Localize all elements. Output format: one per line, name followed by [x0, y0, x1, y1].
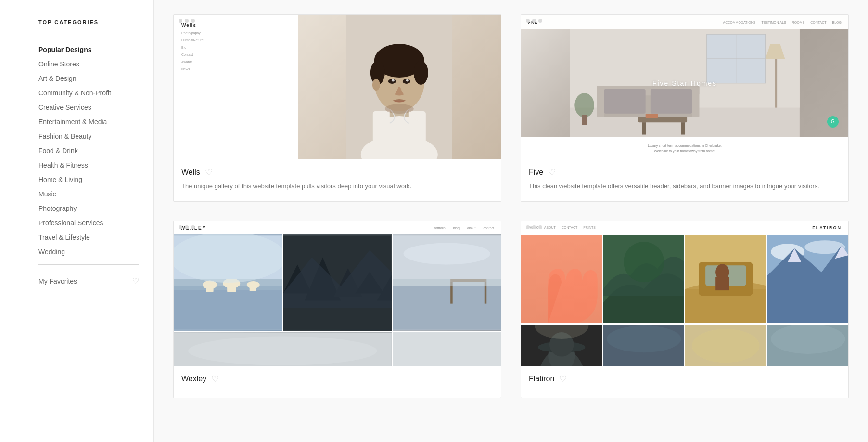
- wexley-img-2: [283, 234, 391, 331]
- five-footer-line1: Luxury short-term accommodations in Cher…: [528, 143, 842, 148]
- svg-rect-39: [227, 283, 236, 292]
- wells-nav-humannature: Human/Nature: [181, 38, 290, 42]
- svg-rect-22: [597, 86, 604, 117]
- window-chrome-wells: [174, 15, 200, 26]
- five-hero-text: Five Star Homes: [652, 79, 717, 87]
- wexley-img-5: [393, 332, 501, 366]
- flatiron-img-4: [767, 234, 849, 324]
- sidebar-item-home-living[interactable]: Home & Living: [38, 173, 139, 186]
- wells-description: The unique gallery of this website templ…: [181, 182, 493, 192]
- wells-heart-icon[interactable]: ♡: [205, 167, 213, 178]
- template-card-wexley[interactable]: WEXLEY portfolio blog about contact: [173, 221, 501, 398]
- wexley-nav-bar: WEXLEY portfolio blog about contact: [174, 221, 501, 234]
- wells-nav-news: News: [181, 67, 290, 71]
- five-footer-line2: Welcome to your home away from home.: [528, 148, 842, 154]
- flatiron-template-name: Flatiron: [529, 375, 554, 383]
- wells-template-name: Wells: [181, 168, 200, 177]
- template-card-wells[interactable]: Wells Photography Human/Nature Bio Conta…: [173, 14, 501, 202]
- svg-rect-25: [651, 89, 692, 114]
- chrome-dot: [179, 225, 182, 229]
- five-description: This clean website template offers versa…: [529, 182, 841, 192]
- svg-rect-24: [604, 89, 645, 114]
- svg-rect-32: [582, 115, 587, 125]
- wells-name-row: Wells ♡: [181, 167, 493, 178]
- svg-rect-45: [283, 308, 391, 329]
- sidebar-item-community-non-profit[interactable]: Community & Non-Profit: [38, 86, 139, 100]
- sidebar-item-food-drink[interactable]: Food & Drink: [38, 144, 139, 157]
- wells-nav-contact: Contact: [181, 52, 290, 57]
- chrome-dot: [532, 19, 536, 23]
- svg-point-12: [406, 79, 409, 82]
- flatiron-heart-icon[interactable]: ♡: [559, 374, 567, 384]
- sidebar-item-photography[interactable]: Photography: [38, 202, 139, 215]
- five-green-dot: G: [827, 116, 839, 128]
- wells-nav-bio: Bio: [181, 45, 290, 50]
- sidebar-item-entertainment-media[interactable]: Entertainment & Media: [38, 115, 139, 129]
- sidebar-item-art-design[interactable]: Art & Design: [38, 72, 139, 85]
- wells-template-info: Wells ♡ The unique gallery of this websi…: [174, 159, 501, 201]
- flatiron-img-7: [685, 325, 766, 365]
- flatiron-img-2: [603, 234, 685, 324]
- svg-rect-34: [174, 286, 282, 329]
- chrome-dot: [185, 225, 189, 229]
- five-preview: FIVE ACCOMMODATIONS TESTIMONIALS ROOMS C…: [521, 15, 848, 159]
- flatiron-img-6: [603, 325, 685, 365]
- svg-rect-28: [681, 122, 685, 134]
- svg-point-8: [372, 79, 380, 91]
- sidebar-item-online-stores[interactable]: Online Stores: [38, 57, 139, 71]
- five-hero: Five Star Homes G: [521, 29, 848, 137]
- wells-preview-content: Wells Photography Human/Nature Bio Conta…: [174, 15, 501, 159]
- five-preview-content: FIVE ACCOMMODATIONS TESTIMONIALS ROOMS C…: [521, 15, 848, 159]
- flatiron-name-row: Flatiron ♡: [529, 374, 841, 384]
- svg-point-43: [174, 234, 282, 283]
- svg-point-98: [607, 325, 681, 352]
- chrome-dot: [538, 19, 542, 23]
- svg-rect-68: [521, 235, 602, 323]
- category-nav: Popular DesignsOnline StoresArt & Design…: [38, 43, 139, 259]
- wexley-heart-icon[interactable]: ♡: [211, 374, 219, 384]
- favorites-item[interactable]: My Favorites ♡: [38, 273, 139, 289]
- svg-rect-76: [715, 277, 729, 290]
- sidebar-divider-2: [38, 264, 139, 265]
- svg-point-66: [188, 336, 377, 365]
- flatiron-template-info: Flatiron ♡: [521, 366, 848, 398]
- svg-point-11: [392, 79, 395, 82]
- chrome-dot: [526, 19, 530, 23]
- wexley-img-1: [174, 234, 282, 331]
- five-nav-item: TESTIMONIALS: [761, 21, 786, 24]
- flatiron-img-1: [521, 234, 602, 324]
- sidebar-item-wedding[interactable]: Wedding: [38, 245, 139, 259]
- sidebar-item-professional-services[interactable]: Professional Services: [38, 216, 139, 230]
- flatiron-nav-bar: WORK ABOUT CONTACT PRINTS FLATIRON: [521, 221, 848, 234]
- svg-point-70: [624, 242, 664, 282]
- wexley-preview: WEXLEY portfolio blog about contact: [174, 221, 501, 366]
- wexley-nav-about: about: [467, 226, 476, 230]
- sidebar-item-travel-lifestyle[interactable]: Travel & Lifestyle: [38, 231, 139, 244]
- svg-point-54: [403, 243, 490, 264]
- flatiron-img-3: [685, 234, 766, 324]
- window-chrome-wexley: [174, 221, 200, 233]
- five-name-row: Five ♡: [529, 167, 841, 178]
- svg-point-7: [414, 61, 428, 85]
- sidebar-item-health-fitness[interactable]: Health & Fitness: [38, 158, 139, 172]
- chrome-dot: [532, 225, 536, 229]
- wells-sidebar-panel: Wells Photography Human/Nature Bio Conta…: [174, 15, 298, 159]
- svg-rect-23: [692, 86, 699, 117]
- template-card-five[interactable]: FIVE ACCOMMODATIONS TESTIMONIALS ROOMS C…: [521, 14, 849, 202]
- wexley-img-3: [393, 234, 501, 331]
- favorites-label: My Favorites: [38, 277, 77, 285]
- window-chrome-flatiron: [521, 221, 547, 233]
- five-heart-icon[interactable]: ♡: [548, 167, 556, 178]
- sidebar-item-popular-designs[interactable]: Popular Designs: [38, 43, 139, 56]
- wells-nav-photography: Photography: [181, 31, 290, 35]
- sidebar-item-creative-services[interactable]: Creative Services: [38, 101, 139, 114]
- flatiron-preview: WORK ABOUT CONTACT PRINTS FLATIRON: [521, 221, 848, 366]
- flatiron-logo: FLATIRON: [812, 225, 842, 230]
- sidebar-item-music[interactable]: Music: [38, 187, 139, 201]
- template-card-flatiron[interactable]: WORK ABOUT CONTACT PRINTS FLATIRON: [521, 221, 849, 398]
- sidebar-item-fashion-beauty[interactable]: Fashion & Beauty: [38, 130, 139, 143]
- favorites-heart-icon[interactable]: ♡: [132, 276, 139, 286]
- svg-rect-41: [250, 285, 256, 291]
- svg-point-106: [771, 325, 845, 354]
- chrome-dot: [526, 225, 530, 229]
